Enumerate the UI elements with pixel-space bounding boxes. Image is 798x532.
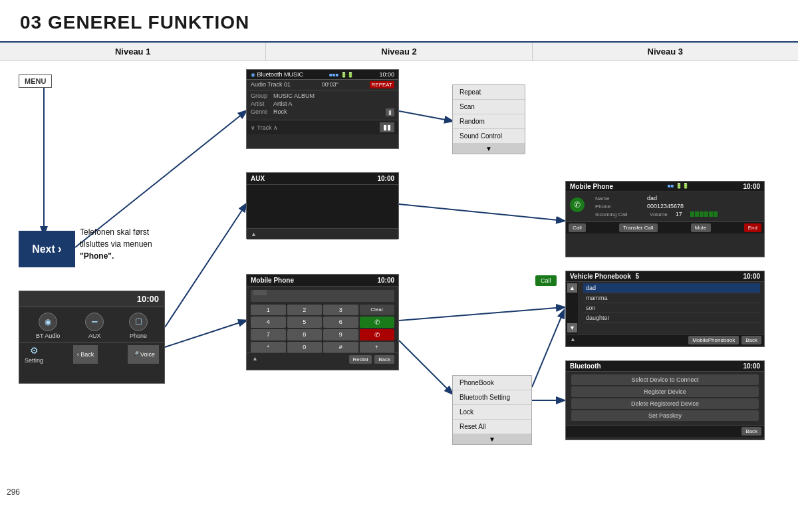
bts-body: Select Device to Connect Register Device… — [566, 372, 764, 425]
sound-control-item[interactable]: Sound Control — [453, 129, 525, 144]
bt-back-button[interactable]: Back — [741, 427, 761, 436]
phonebook-screen: Vehicle Phonebook 5 10:00 ▲ ▼ dad mamma … — [565, 271, 765, 347]
bluetooth-setting-menu-item[interactable]: Bluetooth Setting — [453, 390, 531, 405]
pb-contact-dad[interactable]: dad — [583, 283, 760, 293]
back-button[interactable]: Back — [374, 355, 394, 364]
mobile-phonebook-button[interactable]: MobilePhonebook — [688, 336, 739, 344]
pb-contact-son[interactable]: son — [583, 303, 760, 313]
page-title: 03 GENEREL FUNKTION — [20, 12, 778, 33]
phone-icon: ☐ — [129, 313, 148, 331]
call-btn-small[interactable]: Call — [535, 275, 557, 286]
aux-footer: ▲ — [247, 228, 398, 239]
svg-line-5 — [399, 204, 564, 221]
page-number: 296 — [7, 487, 20, 497]
pb-contact-daughter[interactable]: daughter — [583, 313, 760, 323]
aux-header: AUX 10:00 — [247, 173, 398, 185]
repeat-item[interactable]: Repeat — [453, 85, 525, 100]
bt-settings-screen: Bluetooth 10:00 Select Device to Connect… — [565, 360, 765, 440]
pb-contact-mamma[interactable]: mamma — [583, 293, 760, 303]
key-2[interactable]: 2 — [287, 305, 323, 315]
bts-footer: Back — [566, 425, 764, 437]
key-1[interactable]: 1 — [251, 305, 286, 315]
pb-title: Vehicle Phonebook 5 — [570, 273, 639, 280]
niveau1-header: Niveau 1 — [0, 43, 266, 61]
back-button-small[interactable]: ‹ Back — [73, 345, 98, 364]
lock-menu-item[interactable]: Lock — [453, 405, 531, 420]
phone-header: Mobile Phone 10:00 — [247, 275, 398, 287]
aux-icon-item[interactable]: ═ AUX — [85, 313, 104, 339]
menu-screen-icons: ◉ BT Audio ═ AUX ☐ Phone — [19, 307, 164, 342]
pb-back-button[interactable]: Back — [741, 336, 761, 344]
mp-header: Mobile Phone ■■ 🔋🔋 10:00 — [566, 182, 764, 192]
transfer-call-button[interactable]: Transfer Call — [619, 223, 658, 232]
bt-audio-icon: ◉ — [39, 313, 57, 331]
bt-delete-device[interactable]: Delete Registered Device — [571, 398, 759, 409]
voice-button-small[interactable]: 🎤 Voice — [128, 345, 159, 364]
menu-screen: 10:00 ◉ BT Audio ═ AUX ☐ Phone ⚙ Setting… — [19, 291, 165, 384]
key-4[interactable]: 4 — [251, 317, 286, 328]
key-6[interactable]: 6 — [323, 317, 358, 328]
random-item[interactable]: Random — [453, 114, 525, 129]
aux-body — [247, 185, 398, 228]
menu-screen-time: 10:00 — [19, 291, 164, 307]
bt-audio-track: Audio Track 01 00'03" REPEAT — [247, 80, 398, 90]
pb-scroll-up[interactable]: ▲ — [567, 283, 577, 293]
mute-button[interactable]: Mute — [691, 223, 711, 232]
keypad-grid: 1 2 3 Clear 4 5 6 ✆ 7 8 9 ✆ * 0 # + — [247, 305, 398, 352]
aux-screen: AUX 10:00 ▲ — [246, 172, 399, 239]
bt-register-device[interactable]: Register Device — [571, 386, 759, 397]
next-arrow: › — [58, 242, 62, 256]
key-plus[interactable]: + — [360, 342, 395, 352]
key-8[interactable]: 8 — [287, 329, 323, 340]
svg-line-6 — [399, 307, 564, 321]
bt-set-passkey[interactable]: Set Passkey — [571, 410, 759, 421]
reset-all-menu-item[interactable]: Reset All — [453, 420, 531, 434]
key-hash[interactable]: # — [323, 342, 358, 352]
end-button[interactable]: End — [744, 223, 761, 232]
key-clear[interactable]: Clear — [360, 305, 395, 315]
menu-screen-bottom: ⚙ Setting ‹ Back 🎤 Voice — [19, 342, 164, 366]
call-button[interactable]: Call — [569, 223, 586, 232]
mp-body: ✆ Name dad Phone 00012345678 Incoming Ca… — [566, 192, 764, 221]
menu-button[interactable]: MENU — [19, 74, 52, 88]
pb-scroll-down[interactable]: ▼ — [567, 323, 577, 332]
bt-screen-header: ◉ Bluetooth MUSIC ■■■ 🔋🔋 10:00 — [247, 70, 398, 80]
mp-footer: Call Transfer Call Mute End — [566, 221, 764, 233]
description-text: Telefonen skal først tilsluttes via menu… — [80, 226, 152, 262]
key-end[interactable]: ✆ — [360, 329, 395, 340]
scan-item[interactable]: Scan — [453, 100, 525, 114]
redial-button[interactable]: Redial — [349, 355, 372, 364]
phone-icon-item[interactable]: ☐ Phone — [129, 313, 148, 339]
phone-menu-scroll-down[interactable]: ▼ — [453, 434, 531, 444]
phonebook-menu-item[interactable]: PhoneBook — [453, 376, 531, 390]
bt-audio-icon-item[interactable]: ◉ BT Audio — [36, 313, 60, 339]
key-call[interactable]: ✆ — [360, 317, 395, 328]
svg-line-3 — [165, 321, 246, 347]
key-0[interactable]: 0 — [287, 342, 323, 352]
pb-footer: ▲ MobilePhonebook Back — [566, 334, 764, 346]
key-3[interactable]: 3 — [323, 305, 358, 315]
repeat-panel: Repeat Scan Random Sound Control ▼ — [452, 84, 525, 154]
key-5[interactable]: 5 — [287, 317, 323, 328]
niveau3-header: Niveau 3 — [533, 43, 798, 61]
call-icon: ✆ — [570, 198, 585, 212]
key-7[interactable]: 7 — [251, 329, 286, 340]
repeat-scroll-down[interactable]: ▼ — [453, 144, 525, 154]
svg-line-2 — [165, 204, 246, 327]
pb-header: Vehicle Phonebook 5 10:00 — [566, 271, 764, 282]
phone-screen: Mobile Phone 10:00 1 2 3 Clear 4 5 6 ✆ 7… — [246, 274, 399, 370]
pb-body: dad mamma son daughter — [579, 282, 764, 334]
column-headers: Niveau 1 Niveau 2 Niveau 3 — [0, 43, 798, 61]
pb-content: ▲ ▼ dad mamma son daughter — [566, 282, 764, 334]
bt-audio-screen: ◉ Bluetooth MUSIC ■■■ 🔋🔋 10:00 Audio Tra… — [246, 69, 399, 149]
phone-footer: ▲ Redial Back — [247, 352, 398, 366]
bt-select-device[interactable]: Select Device to Connect — [571, 374, 759, 385]
setting-icon-item[interactable]: ⚙ Setting — [25, 345, 43, 364]
phone-display — [251, 290, 394, 302]
volume-bar — [690, 211, 718, 217]
key-9[interactable]: 9 — [323, 329, 358, 340]
bts-header: Bluetooth 10:00 — [566, 361, 764, 372]
next-button[interactable]: Next › — [19, 231, 75, 267]
key-star[interactable]: * — [251, 342, 286, 352]
svg-line-9 — [532, 311, 564, 387]
